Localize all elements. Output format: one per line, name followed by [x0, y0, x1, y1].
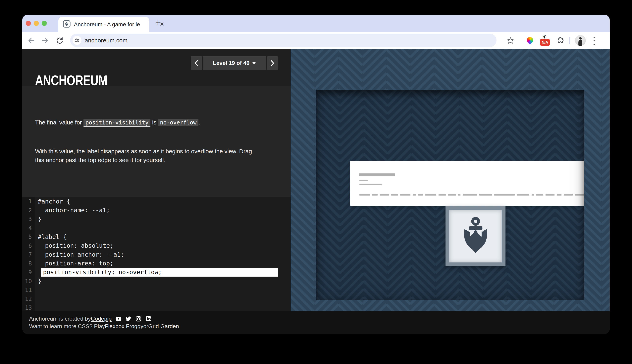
line-number: 8: [22, 260, 35, 267]
tab-strip: Anchoreum - A game for learn ✕ +: [22, 15, 610, 32]
color-extension-icon[interactable]: [525, 36, 534, 44]
code-text: }: [35, 278, 42, 284]
skeleton-dash: [494, 194, 515, 196]
forward-icon[interactable]: [41, 37, 49, 44]
flexbox-froggy-link[interactable]: Flexbox Froggy: [105, 323, 143, 330]
skeleton-dash: [391, 194, 398, 196]
panel-header: ANCHOREUM Level 19 of 40: [22, 50, 291, 86]
previous-level-button[interactable]: [191, 56, 202, 70]
reload-icon[interactable]: [56, 37, 64, 44]
code-text: position-area: top;: [35, 260, 113, 267]
minimize-window-button[interactable]: [34, 21, 39, 26]
code-input-line[interactable]: position-visibility: no-overflow;: [41, 268, 278, 276]
view-pattern: [316, 90, 584, 300]
instruction-text: this anchor past the top edge to see it …: [35, 156, 252, 164]
codepip-link[interactable]: Codepip: [91, 316, 112, 322]
close-window-button[interactable]: [26, 21, 31, 26]
skeleton-dash-row: [359, 194, 584, 196]
line-number: 10: [22, 278, 35, 284]
instruction-text: .: [198, 119, 200, 126]
anchor-element[interactable]: [445, 206, 505, 266]
maximize-window-button[interactable]: [42, 21, 47, 26]
skeleton-dash: [517, 194, 529, 196]
game-panel: ANCHOREUM Level 19 of 40 The fi: [22, 50, 291, 311]
code-text: position-anchor: --a1;: [35, 251, 124, 258]
code-line: 6 position: absolute;: [22, 241, 291, 250]
instruction-paragraph-1: The final value for position-visibility …: [35, 118, 200, 127]
line-number: 2: [22, 207, 35, 214]
code-text: position: absolute;: [35, 242, 113, 249]
back-icon[interactable]: [27, 37, 35, 44]
new-tab-button[interactable]: +: [155, 18, 161, 27]
menu-kebab-icon[interactable]: [592, 37, 596, 45]
credit-text: Anchoreum is created by: [29, 316, 91, 322]
label-element: [350, 161, 584, 206]
skeleton-dash: [438, 194, 446, 196]
instruction-paragraph-2: With this value, the label disappears as…: [35, 147, 252, 164]
code-line[interactable]: 9position-visibility: no-overflow;: [22, 268, 291, 277]
code-chip-link[interactable]: position-visibility: [84, 119, 151, 127]
tab-title: Anchoreum - A game for learn: [74, 21, 140, 28]
more-games-text: Want to learn more CSS? Play: [29, 323, 105, 330]
line-number: 9: [22, 269, 35, 276]
level-selector[interactable]: Level 19 of 40: [203, 56, 266, 70]
more-games-line: Want to learn more CSS? Play Flexbox Fro…: [29, 323, 179, 330]
profile-avatar[interactable]: [575, 35, 586, 46]
anchor-favicon-icon: [63, 20, 71, 28]
line-number: 1: [22, 198, 35, 205]
line-number: 12: [22, 296, 35, 302]
code-chip: no-overflow: [158, 119, 198, 126]
skeleton-line-short: [359, 180, 368, 181]
credit-line: Anchoreum is created by Codepip: [29, 316, 151, 322]
browser-toolbar: anchoreum.com ☀ N/A: [22, 32, 610, 50]
code-line: 1#anchor {: [22, 197, 291, 206]
youtube-icon[interactable]: [116, 316, 122, 322]
code-editor[interactable]: 1#anchor {2 anchor-name: --a1;3}45#label…: [22, 197, 291, 311]
address-bar[interactable]: anchoreum.com: [70, 34, 496, 47]
line-number: 3: [22, 216, 35, 222]
level-label: Level 19 of 40: [213, 60, 250, 66]
skeleton-dash: [557, 194, 561, 196]
code-line: 4: [22, 224, 291, 232]
chevron-down-icon: [252, 62, 256, 64]
skeleton-line-medium: [359, 184, 382, 185]
skeleton-dash: [372, 194, 378, 196]
line-number: 5: [22, 233, 35, 240]
code-line: 12: [22, 294, 291, 304]
instruction-text: With this value, the label disappears as…: [35, 147, 252, 156]
weather-extension-icon[interactable]: ☀ N/A: [540, 34, 550, 47]
url-text[interactable]: anchoreum.com: [85, 37, 128, 44]
skeleton-dash: [413, 194, 416, 196]
extension-badge: N/A: [540, 39, 550, 46]
instagram-icon[interactable]: [136, 316, 142, 322]
skeleton-dash: [380, 194, 389, 196]
instruction-text: The final value for: [35, 119, 84, 126]
bookmark-star-icon[interactable]: [506, 37, 514, 44]
level-navigation: Level 19 of 40: [191, 56, 278, 70]
line-number: 11: [22, 286, 35, 293]
code-line: 5#label {: [22, 232, 291, 241]
linkedin-icon[interactable]: [146, 316, 151, 322]
skeleton-title-bar: [359, 174, 395, 176]
next-level-button[interactable]: [267, 56, 278, 70]
skeleton-dash: [545, 194, 554, 196]
code-text: anchor-name: --a1;: [35, 207, 110, 214]
twitter-icon[interactable]: [126, 316, 132, 322]
code-lines: 1#anchor {2 anchor-name: --a1;3}45#label…: [22, 197, 291, 311]
code-text: }: [35, 216, 42, 222]
toolbar-divider: [569, 37, 570, 44]
skeleton-dash: [536, 194, 543, 196]
line-number: 7: [22, 251, 35, 258]
code-text: #label {: [35, 233, 67, 240]
browser-tab[interactable]: Anchoreum - A game for learn ✕: [58, 17, 149, 32]
grid-garden-link[interactable]: Grid Garden: [148, 323, 179, 330]
extensions-puzzle-icon[interactable]: [555, 37, 563, 44]
code-line: 3}: [22, 215, 291, 224]
skeleton-dash: [448, 194, 456, 196]
skeleton-dash: [575, 194, 584, 196]
code-line: 7 position-anchor: --a1;: [22, 250, 291, 259]
code-line: 8 position-area: top;: [22, 259, 291, 268]
site-info-icon[interactable]: [73, 36, 82, 45]
line-number: 13: [22, 304, 35, 311]
skeleton-dash: [564, 194, 573, 196]
